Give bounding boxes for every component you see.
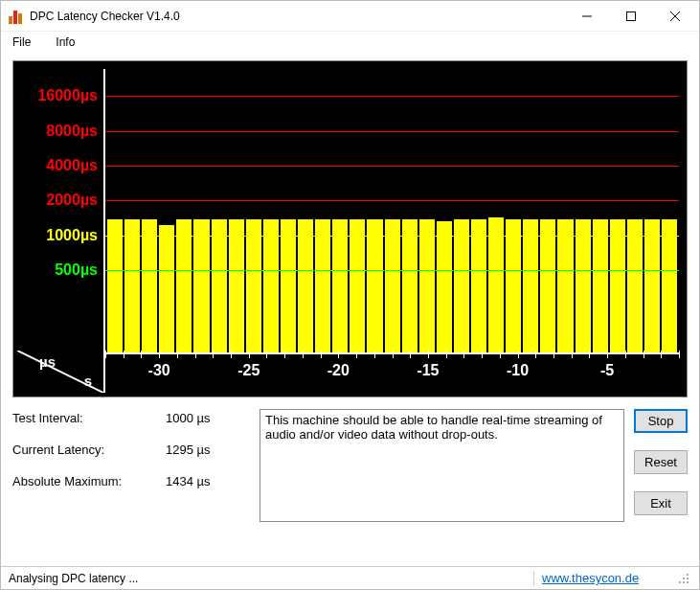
x-tick-mark [535,351,536,358]
x-tick-mark [518,351,519,358]
maximize-button[interactable] [609,2,653,31]
row-absolute-max: Absolute Maximum: 1434 µs [12,474,250,488]
latency-bar [454,219,469,352]
x-tick-mark [463,351,464,358]
x-tick-mark [644,351,644,358]
y-tick-label: 16000µs [37,87,98,104]
x-tick-mark [446,351,447,358]
chart-frame: 500µs1000µs2000µs4000µs8000µs16000µs µs … [12,60,688,397]
latency-bar [263,219,279,352]
row-current-latency: Current Latency: 1295 µs [12,442,250,457]
latency-bar [246,219,261,352]
latency-bar [506,219,521,352]
latency-bar [437,221,452,352]
latency-bar [107,219,123,352]
svg-rect-1 [627,11,636,20]
x-tick-mark [428,351,429,358]
menu-info[interactable]: Info [50,34,80,51]
close-button[interactable] [653,2,697,31]
latency-bar [332,219,348,352]
latency-bar [281,219,296,352]
x-tick-mark [482,351,483,358]
reset-button[interactable]: Reset [634,450,688,474]
latency-bar [298,219,313,352]
latency-bar [662,219,677,352]
gridline [105,236,679,237]
latency-bar [229,219,244,352]
value-current-latency: 1295 µs [166,442,211,457]
window-controls [565,2,697,31]
exit-button[interactable]: Exit [634,491,688,515]
latency-bar [557,219,573,352]
window-title: DPC Latency Checker V1.4.0 [30,10,565,23]
latency-bar [315,219,330,352]
x-tick-mark [141,351,142,358]
latency-bar [627,219,643,352]
latency-bar [124,219,140,352]
x-tick-mark [249,351,250,358]
status-separator [533,571,534,586]
value-absolute-max: 1434 µs [166,474,211,488]
x-tick-mark [284,351,285,358]
status-text: Analysing DPC latency ... [9,572,526,585]
axis-unit-box: µs s [17,351,103,393]
latency-bar [576,219,591,352]
gridline [105,270,679,271]
latency-bar [644,219,660,352]
latency-bar [367,219,382,352]
gridline [105,96,679,97]
x-tick-mark [177,351,178,358]
x-tick-mark [410,351,411,358]
x-tick-label: -10 [507,362,529,379]
x-tick-label: -20 [327,362,350,379]
x-tick-mark [195,351,196,358]
latency-bar [142,219,157,352]
chart-plot [103,69,679,354]
app-icon [9,9,24,24]
latency-bar [159,225,174,352]
x-tick-label: -5 [600,362,614,379]
x-tick-mark [607,351,608,358]
x-tick-mark [625,351,626,358]
chart-container: 500µs1000µs2000µs4000µs8000µs16000µs µs … [1,53,699,401]
readouts: Test Interval: 1000 µs Current Latency: … [12,409,250,522]
menu-file[interactable]: File [7,34,36,51]
x-tick-mark [231,351,232,358]
title-bar: DPC Latency Checker V1.4.0 [1,1,699,32]
menu-bar: File Info [1,32,699,53]
x-tick-mark [356,351,357,358]
latency-bar [385,219,400,352]
row-test-interval: Test Interval: 1000 µs [12,411,250,425]
y-tick-label: 2000µs [46,192,98,209]
y-unit-label: µs [39,353,56,370]
value-test-interval: 1000 µs [166,411,211,425]
x-tick-label: -15 [417,362,439,379]
latency-bar [176,219,192,352]
x-tick-label: -25 [237,362,260,379]
status-link[interactable]: www.thesycon.de [542,571,668,585]
x-tick-mark [679,351,680,358]
latency-bar [471,219,486,352]
y-axis: 500µs1000µs2000µs4000µs8000µs16000µs [17,69,102,354]
label-test-interval: Test Interval: [12,411,166,425]
gridline [105,131,679,132]
x-tick-mark [105,351,106,358]
y-tick-label: 4000µs [46,157,98,174]
resize-grip-icon[interactable] [676,571,691,586]
stop-button[interactable]: Stop [634,409,688,433]
gridline [105,200,679,201]
latency-bar [350,219,365,352]
x-tick-mark [553,351,554,358]
x-tick-mark [213,351,214,358]
button-column: Stop Reset Exit [634,409,688,522]
x-tick-mark [338,351,339,358]
latency-bar [593,219,608,352]
latency-bar [540,219,555,352]
minimize-button[interactable] [565,2,609,31]
x-tick-mark [374,351,375,358]
x-tick-mark [321,351,322,358]
x-tick-mark [500,351,501,358]
x-tick-mark [159,351,160,358]
x-unit-label: s [84,373,92,389]
x-tick-mark [124,351,124,358]
